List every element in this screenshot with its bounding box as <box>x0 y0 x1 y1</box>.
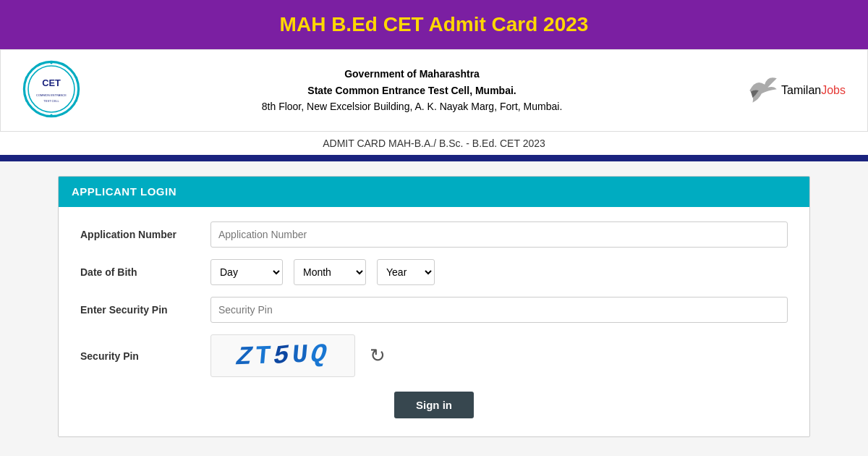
application-number-row: Application Number <box>80 221 788 248</box>
svg-point-9 <box>25 99 27 101</box>
month-select[interactable]: Month <box>294 259 366 285</box>
year-select[interactable]: Year <box>377 259 435 285</box>
captcha-char-1: Z <box>235 342 256 372</box>
svg-point-6 <box>75 76 77 78</box>
security-pin-input-row: Enter Security Pin <box>80 297 788 323</box>
gov-line1: Government of Maharashtra <box>80 66 744 82</box>
svg-point-8 <box>50 114 52 116</box>
tamilan-jobs-text: TamilanJobs <box>781 84 846 97</box>
svg-point-10 <box>25 76 27 78</box>
captcha-row: Security Pin ZT5UQ ↻ <box>80 334 788 377</box>
refresh-captcha-button[interactable]: ↻ <box>370 345 386 367</box>
security-pin-label: Enter Security Pin <box>80 304 210 316</box>
form-card: APPLICANT LOGIN Application Number Date … <box>58 176 810 437</box>
header-gov-text: Government of Maharashtra State Common E… <box>80 66 744 114</box>
captcha-label: Security Pin <box>80 350 210 362</box>
captcha-char-2: T <box>254 341 275 371</box>
captcha-text: ZT5UQ <box>235 339 331 372</box>
svg-point-1 <box>28 66 75 112</box>
signin-row: Sign in <box>80 392 788 418</box>
tamilan-text: Tamilan <box>781 84 821 96</box>
bird-icon <box>744 72 780 109</box>
captcha-display: ZT5UQ ↻ <box>210 334 788 377</box>
cet-logo: CET COMMON ENTRANCE TEST CELL <box>22 60 80 121</box>
captcha-image: ZT5UQ <box>210 334 355 377</box>
jobs-text: Jobs <box>821 84 846 96</box>
tamilan-jobs-logo: TamilanJobs <box>744 72 846 109</box>
page-title: MAH B.Ed CET Admit Card 2023 <box>14 13 854 36</box>
signin-button[interactable]: Sign in <box>394 392 474 418</box>
title-bar: MAH B.Ed CET Admit Card 2023 <box>0 0 868 49</box>
header-section: CET COMMON ENTRANCE TEST CELL Government… <box>0 49 868 132</box>
gov-line2: State Common Entrance Test Cell, Mumbai. <box>80 83 744 98</box>
admit-card-subtitle: ADMIT CARD MAH-B.A./ B.Sc. - B.Ed. CET 2… <box>0 132 868 157</box>
svg-point-7 <box>75 99 77 101</box>
captcha-char-3: 5 <box>273 340 292 372</box>
gov-line3: 8th Floor, New Excelsior Building, A. K.… <box>80 98 744 114</box>
main-content: APPLICANT LOGIN Application Number Date … <box>0 161 868 456</box>
application-number-input[interactable] <box>210 221 788 248</box>
form-header: APPLICANT LOGIN <box>59 177 809 207</box>
captcha-char-5: Q <box>310 339 331 370</box>
day-select[interactable]: Day <box>210 259 283 285</box>
form-header-label: APPLICANT LOGIN <box>72 185 176 198</box>
dob-row: Date of Bith Day Month Year <box>80 259 788 285</box>
form-body: Application Number Date of Bith Day Mont… <box>59 207 809 436</box>
svg-point-0 <box>24 62 78 116</box>
svg-text:TEST CELL: TEST CELL <box>43 99 59 103</box>
svg-point-5 <box>50 62 52 64</box>
svg-text:COMMON ENTRANCE: COMMON ENTRANCE <box>36 93 67 97</box>
dob-label: Date of Bith <box>80 266 210 278</box>
app-number-label: Application Number <box>80 229 210 240</box>
security-pin-input[interactable] <box>210 297 788 323</box>
svg-text:CET: CET <box>42 77 61 88</box>
date-selects: Day Month Year <box>210 259 788 285</box>
